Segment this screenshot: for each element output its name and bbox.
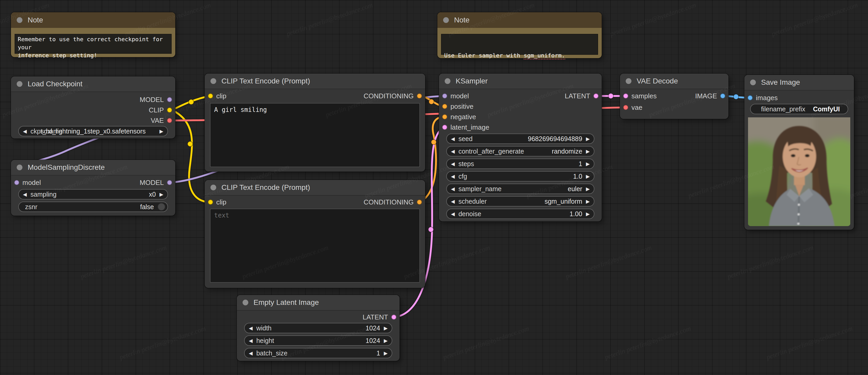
collapse-dot[interactable] [17,17,23,23]
stepper-decrement-icon[interactable]: ◀ [451,136,455,142]
control-after-generate-combo[interactable]: ◀ control_after_generate randomize ▶ [446,146,594,156]
height-stepper[interactable]: ◀ height 1024 ▶ [244,335,392,346]
steps-stepper[interactable]: ◀ steps 1 ▶ [446,159,594,169]
stepper-increment-icon[interactable]: ▶ [586,174,590,179]
combo-next-icon[interactable]: ▶ [159,192,163,197]
stepper-increment-icon[interactable]: ▶ [586,212,590,216]
collapse-dot[interactable] [443,17,449,23]
widget-value[interactable]: 1.0 [573,173,582,180]
node-header[interactable]: CLIP Text Encode (Prompt) [205,180,425,195]
filename-prefix-field[interactable]: filename_prefix ComfyUI [750,104,848,114]
input-port-images[interactable] [747,95,753,100]
sampler-name-combo[interactable]: ◀ sampler_name euler ▶ [446,184,594,194]
stepper-increment-icon[interactable]: ▶ [384,326,388,331]
node-header[interactable]: Save Image [744,75,854,91]
link-midpoint-dot[interactable] [734,94,739,99]
stepper-increment-icon[interactable]: ▶ [384,351,388,356]
widget-value[interactable]: x0 [149,191,156,198]
widget-value[interactable]: sgm_uniform [545,198,582,205]
node-empty-latent-image[interactable]: Empty Latent Image LATENT ◀ width 1024 ▶… [237,295,400,361]
node-load-checkpoint[interactable]: Load Checkpoint MODEL CLIP VAE ◀ ckpt_na… [11,76,175,138]
output-port-vae[interactable] [167,118,172,123]
toggle-knob[interactable] [158,203,165,211]
widget-value[interactable]: euler [568,185,582,193]
node-header[interactable]: VAE Decode [620,73,728,89]
input-port-clip[interactable] [208,199,213,205]
output-port-model[interactable] [167,180,172,185]
collapse-dot[interactable] [211,78,216,84]
node-graph-canvas[interactable]: Note Remember to use the correct checkpo… [0,0,868,375]
scheduler-combo[interactable]: ◀ scheduler sgm_uniform ▶ [446,196,594,207]
input-port-latent-image[interactable] [442,125,447,130]
link-midpoint-dot[interactable] [189,99,194,104]
output-port-clip[interactable] [167,107,172,113]
prompt-textarea[interactable]: A girl smiling [210,103,420,167]
ckpt-name-combo[interactable]: ◀ ckpt_name sdxl_lightning_1step_x0.safe… [18,126,168,136]
input-port-model[interactable] [442,93,447,99]
link-midpoint-dot[interactable] [428,227,433,232]
combo-prev-icon[interactable]: ◀ [451,186,455,191]
combo-prev-icon[interactable]: ◀ [451,199,455,204]
widget-value[interactable]: randomize [552,148,582,155]
collapse-dot[interactable] [211,185,216,190]
collapse-dot[interactable] [750,80,756,85]
widget-value[interactable]: ComfyUI [813,105,840,113]
denoise-stepper[interactable]: ◀ denoise 1.00 ▶ [446,209,594,219]
widget-value[interactable]: 1024 [366,324,380,332]
widget-value[interactable]: 968269694694889 [528,135,582,143]
stepper-decrement-icon[interactable]: ◀ [451,212,455,216]
stepper-decrement-icon[interactable]: ◀ [249,326,253,331]
node-header[interactable]: ModelSamplingDiscrete [11,160,175,176]
stepper-decrement-icon[interactable]: ◀ [451,161,455,166]
note-text[interactable]: Use Euler sampler with sgm_uniform. 1-st… [441,34,598,55]
widget-value[interactable]: sdxl_lightning_1step_x0.safetensors [40,127,146,135]
output-port-image[interactable] [720,93,725,99]
combo-next-icon[interactable]: ▶ [586,149,590,154]
node-save-image[interactable]: Save Image images filename_prefix ComfyU… [744,75,854,230]
input-port-model[interactable] [14,180,19,185]
input-port-vae[interactable] [623,105,628,110]
node-header[interactable]: KSampler [439,73,602,89]
widget-value[interactable]: 1 [579,160,582,168]
link-midpoint-dot[interactable] [188,142,193,147]
node-header[interactable]: CLIP Text Encode (Prompt) [205,73,425,89]
widget-value[interactable]: 1024 [366,337,380,344]
output-port-conditioning[interactable] [417,93,422,99]
collapse-dot[interactable] [17,164,23,170]
input-port-positive[interactable] [442,104,447,109]
stepper-decrement-icon[interactable]: ◀ [249,338,253,343]
output-port-conditioning[interactable] [417,199,422,205]
widget-value[interactable]: 1.00 [569,210,582,218]
collapse-dot[interactable] [17,81,23,87]
output-port-latent[interactable] [593,93,598,99]
node-ksampler[interactable]: KSampler model LATENT positive negative … [439,73,602,221]
node-vae-decode[interactable]: VAE Decode samples IMAGE vae [620,73,728,119]
node-header[interactable]: Note [11,12,175,28]
widget-value[interactable]: 1 [376,349,380,357]
node-header[interactable]: Load Checkpoint [11,76,175,92]
output-port-latent[interactable] [391,314,397,320]
node-clip-text-encode-positive[interactable]: CLIP Text Encode (Prompt) clip CONDITION… [205,73,425,171]
sampling-combo[interactable]: ◀ sampling x0 ▶ [18,189,168,199]
node-model-sampling-discrete[interactable]: ModelSamplingDiscrete model MODEL ◀ samp… [11,160,175,216]
link-midpoint-dot[interactable] [608,93,614,99]
link-midpoint-dot[interactable] [429,99,434,104]
node-note-checkpoint[interactable]: Note Remember to use the correct checkpo… [11,12,175,57]
stepper-decrement-icon[interactable]: ◀ [451,174,455,179]
seed-stepper[interactable]: ◀ seed 968269694694889 ▶ [446,133,594,144]
combo-prev-icon[interactable]: ◀ [23,192,27,197]
collapse-dot[interactable] [243,300,248,305]
combo-next-icon[interactable]: ▶ [159,129,163,134]
cfg-stepper[interactable]: ◀ cfg 1.0 ▶ [446,171,594,182]
output-port-model[interactable] [167,97,172,102]
prompt-textarea-placeholder[interactable]: text [210,209,420,283]
node-header[interactable]: Empty Latent Image [237,295,400,311]
node-header[interactable]: Note [437,12,602,28]
node-note-sampler[interactable]: Note Use Euler sampler with sgm_uniform.… [437,12,602,58]
combo-prev-icon[interactable]: ◀ [451,149,455,154]
input-port-samples[interactable] [623,93,628,99]
width-stepper[interactable]: ◀ width 1024 ▶ [244,323,392,333]
batch-size-stepper[interactable]: ◀ batch_size 1 ▶ [244,348,392,358]
combo-next-icon[interactable]: ▶ [586,186,590,191]
stepper-increment-icon[interactable]: ▶ [384,338,388,343]
